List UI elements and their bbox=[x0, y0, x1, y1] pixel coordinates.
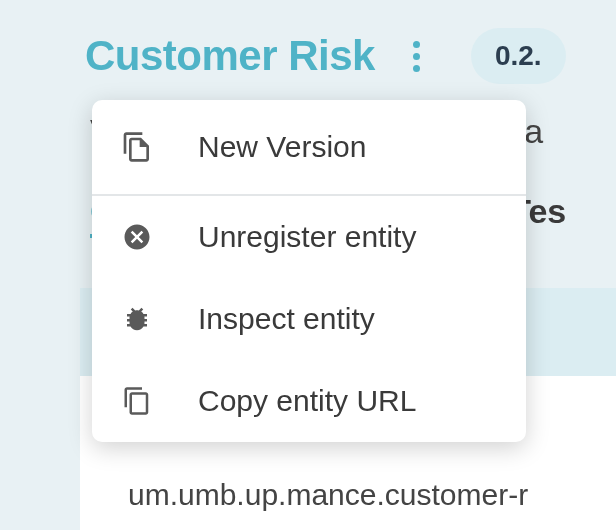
menu-item-label: Inspect entity bbox=[198, 302, 375, 336]
copy-file-icon bbox=[120, 130, 154, 164]
version-badge[interactable]: 0.2. bbox=[471, 28, 566, 84]
actions-dropdown: New Version Unregister entity Inspect en… bbox=[92, 100, 526, 442]
close-circle-icon bbox=[120, 220, 154, 254]
menu-item-label: Copy entity URL bbox=[198, 384, 416, 418]
menu-item-copy-url[interactable]: Copy entity URL bbox=[92, 360, 526, 442]
menu-item-new-version[interactable]: New Version bbox=[92, 100, 526, 196]
menu-item-inspect[interactable]: Inspect entity bbox=[92, 278, 526, 360]
vertical-dots-icon bbox=[413, 41, 420, 72]
menu-item-label: Unregister entity bbox=[198, 220, 416, 254]
more-actions-button[interactable] bbox=[399, 38, 435, 74]
page-header: Customer Risk 0.2. bbox=[0, 0, 616, 84]
menu-item-label: New Version bbox=[198, 130, 366, 164]
entity-urn-text: um.umb.up.mance.customer-r bbox=[128, 478, 528, 512]
copy-icon bbox=[120, 384, 154, 418]
page-title: Customer Risk bbox=[85, 32, 375, 80]
menu-item-unregister[interactable]: Unregister entity bbox=[92, 196, 526, 278]
bug-icon bbox=[120, 302, 154, 336]
